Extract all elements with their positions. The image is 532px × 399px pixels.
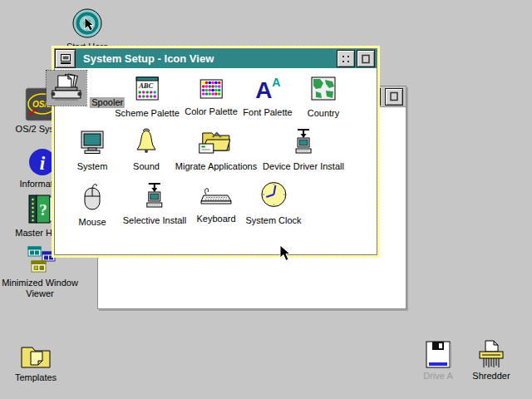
templates-icon <box>18 342 53 371</box>
setup-icon-label: Color Palette <box>185 106 238 117</box>
device-driver-install-icon <box>289 128 318 155</box>
selective-install-icon <box>140 182 169 209</box>
setup-icon-font-palette[interactable]: A A Font Palette <box>243 73 292 118</box>
titlebar[interactable]: System Setup - Icon View <box>55 49 377 68</box>
svg-text:?: ? <box>39 201 47 219</box>
desktop-icon-label: Drive A <box>411 371 466 382</box>
svg-text:A: A <box>255 77 272 101</box>
desktop-icon-label: Shredder <box>462 371 520 382</box>
color-palette-icon <box>199 78 224 100</box>
background-maximize-button[interactable] <box>385 88 403 106</box>
spooler-icon <box>50 73 83 103</box>
setup-icon-label: Font Palette <box>243 107 292 118</box>
setup-icon-label: Keyboard <box>196 214 236 224</box>
setup-icon-migrate-applications[interactable]: Migrate Applications <box>175 126 257 172</box>
mouse-icon <box>81 182 104 210</box>
setup-icon-device-driver-install[interactable]: Device Driver Install <box>263 126 344 172</box>
svg-text:ABC: ABC <box>138 81 153 90</box>
setup-icon-system-clock[interactable]: System Clock <box>245 178 301 226</box>
maximize-button[interactable] <box>357 50 375 67</box>
system-setup-window[interactable]: System Setup - Icon View <box>52 46 380 258</box>
setup-icon-scheme-palette[interactable]: ABC Scheme Palette <box>115 73 180 119</box>
desktop-icon-label: Templates <box>7 372 65 383</box>
setup-icon-label: Selective Install <box>123 215 186 226</box>
setup-icon-spooler[interactable]: Spooler <box>47 71 125 109</box>
migrate-applications-icon <box>198 128 234 155</box>
scheme-palette-icon: ABC <box>135 76 160 101</box>
desktop-icon-drive-a[interactable]: Drive A <box>411 340 466 382</box>
setup-icon-label: Scheme Palette <box>115 108 180 119</box>
system-icon <box>77 130 107 155</box>
setup-icon-country[interactable]: Country <box>306 73 341 119</box>
setup-icon-label: System <box>74 161 111 172</box>
setup-icon-label: Sound <box>130 161 163 172</box>
country-icon <box>309 76 337 101</box>
setup-icon-color-palette[interactable]: Color Palette <box>185 76 238 117</box>
start-here-icon <box>71 7 104 40</box>
shredder-icon <box>475 340 507 369</box>
system-clock-icon <box>259 180 288 209</box>
sound-icon <box>133 128 160 155</box>
icon-view-area: Spooler ABC <box>55 68 377 254</box>
setup-icon-selective-install[interactable]: Selective Install <box>123 180 186 226</box>
setup-icon-label: Country <box>306 108 341 119</box>
hide-button[interactable] <box>337 50 355 67</box>
setup-icon-label: Device Driver Install <box>263 161 344 172</box>
window-title: System Setup - Icon View <box>76 52 337 65</box>
svg-text:i: i <box>40 153 46 174</box>
desktop-icon-label: Minimized Window Viewer <box>0 278 80 299</box>
desktop-icon-templates[interactable]: Templates <box>7 342 65 383</box>
setup-icon-label: Mouse <box>77 217 107 228</box>
desktop-icon-shredder[interactable]: Shredder <box>462 340 520 382</box>
hide-icon <box>340 54 352 64</box>
setup-icon-label: Migrate Applications <box>175 161 257 172</box>
mouse-cursor <box>279 244 293 263</box>
setup-icon-sound[interactable]: Sound <box>130 126 163 172</box>
keyboard-icon <box>200 184 233 207</box>
svg-text:A: A <box>272 76 280 89</box>
setup-icon-system[interactable]: System <box>74 127 111 172</box>
setup-icon-mouse[interactable]: Mouse <box>77 180 107 228</box>
system-menu-button[interactable] <box>55 49 76 68</box>
font-palette-icon: A A <box>253 76 283 101</box>
system-menu-icon <box>59 53 72 65</box>
maximize-icon <box>388 91 400 101</box>
setup-icon-label: System Clock <box>245 215 301 226</box>
drive-a-icon <box>422 340 454 369</box>
setup-icon-keyboard[interactable]: Keyboard <box>196 181 236 224</box>
maximize-icon <box>360 54 372 64</box>
